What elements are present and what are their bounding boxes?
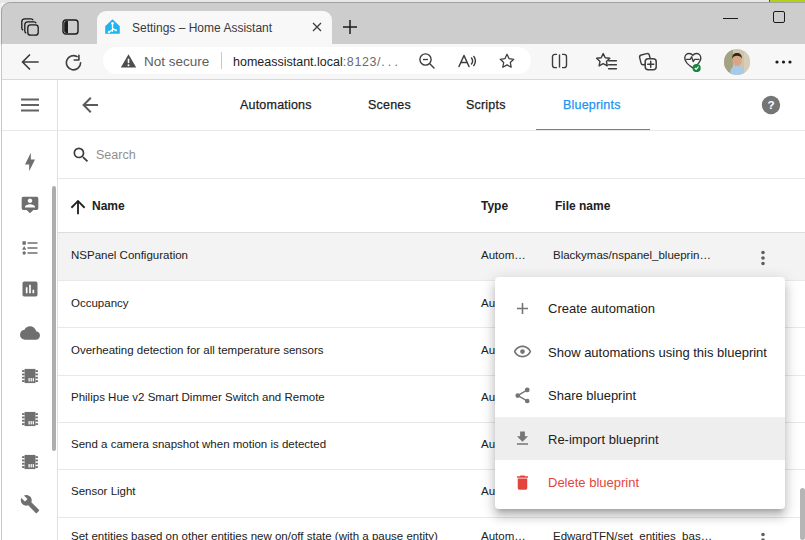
svg-text:?: ? <box>767 98 774 111</box>
